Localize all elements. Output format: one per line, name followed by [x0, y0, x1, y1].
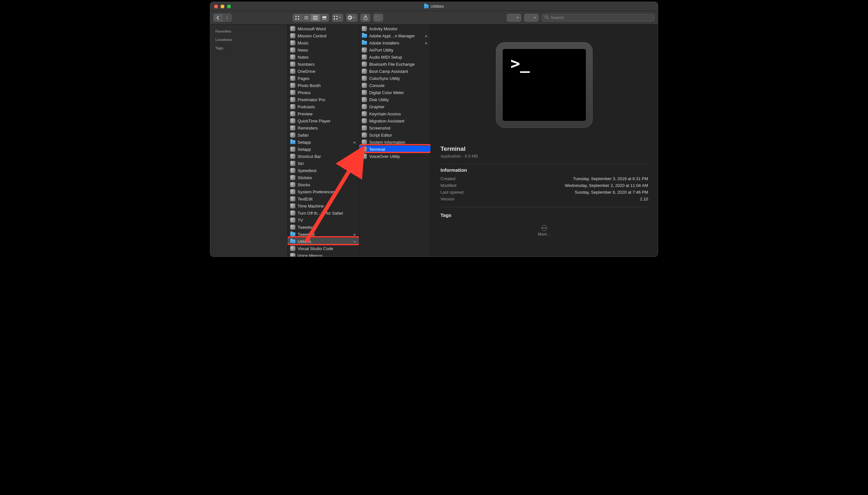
- list-item[interactable]: Console: [359, 82, 431, 89]
- list-item[interactable]: System Preferences: [288, 188, 359, 195]
- view-list-button[interactable]: [302, 14, 311, 22]
- ellipsis-icon: •••: [541, 225, 547, 231]
- app-icon: [290, 47, 295, 53]
- list-item[interactable]: System Information: [359, 139, 431, 146]
- list-item[interactable]: Voice Memos: [288, 252, 359, 257]
- list-item[interactable]: TV: [288, 217, 359, 224]
- back-button[interactable]: [214, 14, 222, 22]
- list-item[interactable]: QuickTime Player: [288, 117, 359, 124]
- list-item[interactable]: Boot Camp Assistant: [359, 68, 431, 75]
- list-item[interactable]: Numbers: [288, 61, 359, 68]
- minimize-button[interactable]: [220, 4, 224, 8]
- list-item[interactable]: Utilities▶: [288, 238, 359, 245]
- list-item[interactable]: Turn Off th…ts for Safari: [288, 209, 359, 217]
- list-item-label: Time Machine: [298, 204, 324, 208]
- list-item[interactable]: AirPort Utility: [359, 46, 431, 53]
- list-item[interactable]: Terminal: [359, 146, 431, 153]
- list-item[interactable]: Audio MIDI Setup: [359, 53, 431, 61]
- list-item[interactable]: Setapp: [288, 146, 359, 153]
- list-item[interactable]: Siri: [288, 160, 359, 167]
- list-item[interactable]: Notes: [288, 53, 359, 61]
- list-item[interactable]: Music: [288, 39, 359, 46]
- list-item[interactable]: Photos: [288, 89, 359, 96]
- finder-body: Favorites Locations Tags Microsoft WordM…: [210, 24, 658, 257]
- sidebar-section-locations[interactable]: Locations: [210, 35, 287, 44]
- list-item[interactable]: Setapp▶: [288, 139, 359, 146]
- list-item-label: Migration Assistant: [369, 119, 404, 123]
- list-item-label: Music: [298, 40, 308, 46]
- folder-icon: [362, 33, 367, 38]
- list-item[interactable]: News: [288, 46, 359, 53]
- list-item-label: Preview: [298, 112, 313, 116]
- list-item[interactable]: Stickies: [288, 174, 359, 181]
- list-item[interactable]: Mission Control: [288, 32, 359, 39]
- svg-rect-11: [322, 19, 323, 20]
- preview-info-row: ModifiedWednesday, September 2, 2020 at …: [440, 182, 648, 189]
- list-item[interactable]: TextEdit: [288, 195, 359, 202]
- toolbar-select-1[interactable]: [507, 14, 521, 22]
- list-item[interactable]: Safari: [288, 132, 359, 139]
- search-field[interactable]: Search: [542, 14, 654, 22]
- list-item-label: Disk Utility: [369, 97, 389, 102]
- preview-info-value: Tuesday, September 3, 2019 at 6:31 PM: [573, 176, 648, 181]
- sidebar-section-tags[interactable]: Tags: [210, 44, 287, 52]
- column-2[interactable]: Activity MonitorAdobe Appl…n Manager▶Ado…: [359, 24, 431, 257]
- view-gallery-button[interactable]: [320, 14, 329, 22]
- list-item[interactable]: Tweetbot▶: [288, 231, 359, 238]
- list-item[interactable]: Podcasts: [288, 103, 359, 110]
- list-item[interactable]: Disk Utility: [359, 96, 431, 103]
- list-item[interactable]: Visual Studio Code: [288, 245, 359, 252]
- list-item[interactable]: Tweetbot: [288, 224, 359, 231]
- list-item[interactable]: Pages: [288, 75, 359, 82]
- zoom-button[interactable]: [227, 4, 231, 8]
- list-item[interactable]: Adobe Installers▶: [359, 39, 431, 46]
- list-item[interactable]: Migration Assistant: [359, 117, 431, 124]
- list-item[interactable]: Digital Color Meter: [359, 89, 431, 96]
- list-item[interactable]: Grapher: [359, 103, 431, 110]
- toolbar-select-2[interactable]: [524, 14, 538, 22]
- list-item-label: ColorSync Utility: [369, 76, 400, 81]
- list-item[interactable]: OneDrive: [288, 68, 359, 75]
- list-item[interactable]: Reminders: [288, 124, 359, 132]
- terminal-glyph: >_: [503, 49, 586, 121]
- list-item[interactable]: Preview: [288, 110, 359, 117]
- sidebar-section-favorites[interactable]: Favorites: [210, 27, 287, 35]
- preview-more[interactable]: ••• More…: [440, 225, 648, 237]
- share-icon: [363, 15, 368, 20]
- chevron-right-icon: ▶: [354, 140, 356, 144]
- view-columns-button[interactable]: [311, 14, 320, 22]
- list-item-label: Turn Off th…ts for Safari: [298, 211, 343, 216]
- list-item[interactable]: Screenshot: [359, 124, 431, 132]
- app-icon: [290, 33, 295, 38]
- action-menu-button[interactable]: [346, 14, 357, 22]
- list-item[interactable]: Keychain Access: [359, 110, 431, 117]
- list-item[interactable]: Time Machine: [288, 202, 359, 209]
- list-item-label: Voice Memos: [298, 253, 323, 257]
- list-item[interactable]: Speedtest: [288, 167, 359, 174]
- tags-button[interactable]: [373, 14, 383, 22]
- column-1[interactable]: Microsoft WordMission ControlMusicNewsNo…: [288, 24, 359, 257]
- list-item[interactable]: Shortcut Bar: [288, 153, 359, 160]
- list-item[interactable]: Stocks: [288, 181, 359, 188]
- share-button[interactable]: [361, 14, 370, 22]
- list-item[interactable]: VoiceOver Utility: [359, 153, 431, 160]
- list-item[interactable]: Bluetooth File Exchange: [359, 61, 431, 68]
- list-item[interactable]: Microsoft Word: [288, 25, 359, 32]
- list-item[interactable]: ColorSync Utility: [359, 75, 431, 82]
- close-button[interactable]: [214, 4, 218, 8]
- list-item-label: Siri: [298, 161, 304, 166]
- list-item-label: Adobe Installers: [369, 40, 399, 46]
- list-item[interactable]: Adobe Appl…n Manager▶: [359, 32, 431, 39]
- list-item[interactable]: Script Editor: [359, 132, 431, 139]
- list-item[interactable]: Activity Monitor: [359, 25, 431, 32]
- group-by-button[interactable]: [332, 14, 343, 22]
- forward-button[interactable]: [222, 14, 232, 22]
- list-item[interactable]: Pixelmator Pro: [288, 96, 359, 103]
- view-icons-button[interactable]: [293, 14, 302, 22]
- app-icon: [290, 69, 295, 74]
- app-icon: [362, 47, 367, 53]
- list-item[interactable]: Photo Booth: [288, 82, 359, 89]
- preview-info-row: Last openedSunday, September 6, 2020 at …: [440, 189, 648, 195]
- app-icon: [362, 76, 367, 81]
- preview-section-information: Information: [440, 164, 648, 173]
